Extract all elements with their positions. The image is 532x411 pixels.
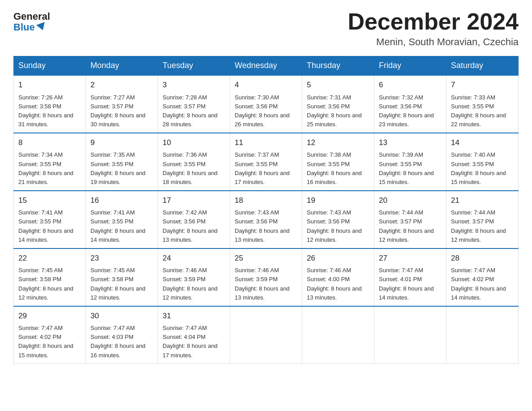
day-number: 7: [451, 79, 514, 91]
day-info: Sunrise: 7:31 AMSunset: 3:56 PMDaylight:…: [307, 94, 362, 128]
day-info: Sunrise: 7:33 AMSunset: 3:55 PMDaylight:…: [451, 94, 506, 128]
day-info: Sunrise: 7:47 AMSunset: 4:02 PMDaylight:…: [18, 325, 73, 358]
day-cell: 8Sunrise: 7:34 AMSunset: 3:55 PMDaylight…: [14, 133, 86, 191]
week-row-3: 15Sunrise: 7:41 AMSunset: 3:55 PMDayligh…: [14, 191, 519, 248]
day-cell: 23Sunrise: 7:45 AMSunset: 3:58 PMDayligh…: [86, 248, 158, 306]
week-row-2: 8Sunrise: 7:34 AMSunset: 3:55 PMDaylight…: [14, 133, 519, 191]
day-cell: 1Sunrise: 7:26 AMSunset: 3:58 PMDaylight…: [14, 75, 86, 133]
week-row-1: 1Sunrise: 7:26 AMSunset: 3:58 PMDaylight…: [14, 75, 519, 133]
day-number: 31: [163, 310, 225, 322]
header-cell-wednesday: Wednesday: [230, 56, 302, 76]
day-cell: [374, 306, 446, 364]
header-cell-thursday: Thursday: [302, 56, 374, 76]
day-info: Sunrise: 7:47 AMSunset: 4:03 PMDaylight:…: [90, 325, 146, 358]
month-title: December 2024: [348, 9, 519, 34]
day-number: 12: [307, 137, 369, 149]
day-number: 11: [235, 137, 297, 149]
day-number: 24: [163, 253, 225, 264]
day-info: Sunrise: 7:43 AMSunset: 3:56 PMDaylight:…: [307, 209, 362, 243]
day-number: 29: [18, 310, 81, 322]
day-info: Sunrise: 7:41 AMSunset: 3:55 PMDaylight:…: [90, 209, 146, 243]
day-info: Sunrise: 7:38 AMSunset: 3:55 PMDaylight:…: [307, 151, 362, 185]
day-cell: 27Sunrise: 7:47 AMSunset: 4:01 PMDayligh…: [374, 248, 446, 306]
day-number: 6: [379, 79, 442, 91]
day-info: Sunrise: 7:47 AMSunset: 4:02 PMDaylight:…: [451, 267, 506, 300]
day-number: 18: [235, 195, 297, 206]
day-cell: 20Sunrise: 7:44 AMSunset: 3:57 PMDayligh…: [374, 191, 446, 248]
week-row-4: 22Sunrise: 7:45 AMSunset: 3:58 PMDayligh…: [14, 248, 519, 306]
day-number: 5: [307, 79, 369, 91]
day-number: 23: [90, 253, 153, 264]
day-cell: 18Sunrise: 7:43 AMSunset: 3:56 PMDayligh…: [230, 191, 302, 248]
day-info: Sunrise: 7:47 AMSunset: 4:04 PMDaylight:…: [163, 325, 218, 358]
day-cell: 11Sunrise: 7:37 AMSunset: 3:55 PMDayligh…: [230, 133, 302, 191]
day-info: Sunrise: 7:45 AMSunset: 3:58 PMDaylight:…: [90, 267, 146, 300]
day-cell: 10Sunrise: 7:36 AMSunset: 3:55 PMDayligh…: [158, 133, 230, 191]
day-number: 13: [379, 137, 442, 149]
day-number: 26: [307, 253, 369, 264]
day-cell: 12Sunrise: 7:38 AMSunset: 3:55 PMDayligh…: [302, 133, 374, 191]
day-info: Sunrise: 7:41 AMSunset: 3:55 PMDaylight:…: [18, 209, 73, 243]
day-number: 27: [379, 253, 442, 264]
day-cell: 25Sunrise: 7:46 AMSunset: 3:59 PMDayligh…: [230, 248, 302, 306]
day-cell: 5Sunrise: 7:31 AMSunset: 3:56 PMDaylight…: [302, 75, 374, 133]
day-number: 2: [90, 79, 153, 91]
header-cell-saturday: Saturday: [446, 56, 519, 76]
calendar-table: SundayMondayTuesdayWednesdayThursdayFrid…: [13, 56, 519, 364]
day-number: 8: [18, 137, 81, 149]
day-cell: 9Sunrise: 7:35 AMSunset: 3:55 PMDaylight…: [86, 133, 158, 191]
day-cell: 13Sunrise: 7:39 AMSunset: 3:55 PMDayligh…: [374, 133, 446, 191]
day-cell: 3Sunrise: 7:28 AMSunset: 3:57 PMDaylight…: [158, 75, 230, 133]
day-cell: [230, 306, 302, 364]
day-info: Sunrise: 7:45 AMSunset: 3:58 PMDaylight:…: [18, 267, 73, 300]
day-info: Sunrise: 7:44 AMSunset: 3:57 PMDaylight:…: [379, 209, 434, 243]
day-cell: 15Sunrise: 7:41 AMSunset: 3:55 PMDayligh…: [14, 191, 86, 248]
day-info: Sunrise: 7:44 AMSunset: 3:57 PMDaylight:…: [451, 209, 506, 243]
day-cell: 24Sunrise: 7:46 AMSunset: 3:59 PMDayligh…: [158, 248, 230, 306]
day-cell: [446, 306, 519, 364]
day-number: 28: [451, 253, 514, 264]
day-info: Sunrise: 7:40 AMSunset: 3:55 PMDaylight:…: [451, 151, 506, 185]
day-cell: 7Sunrise: 7:33 AMSunset: 3:55 PMDaylight…: [446, 75, 519, 133]
day-cell: 17Sunrise: 7:42 AMSunset: 3:56 PMDayligh…: [158, 191, 230, 248]
day-info: Sunrise: 7:27 AMSunset: 3:57 PMDaylight:…: [90, 94, 146, 128]
day-number: 19: [307, 195, 369, 206]
title-area: December 2024 Menin, South Moravian, Cze…: [348, 9, 519, 48]
header-cell-tuesday: Tuesday: [158, 56, 230, 76]
day-info: Sunrise: 7:35 AMSunset: 3:55 PMDaylight:…: [90, 151, 146, 185]
day-number: 3: [163, 79, 225, 91]
calendar-header: SundayMondayTuesdayWednesdayThursdayFrid…: [14, 56, 519, 76]
logo-blue-text: Blue: [13, 21, 46, 33]
day-info: Sunrise: 7:46 AMSunset: 4:00 PMDaylight:…: [307, 267, 362, 300]
day-cell: 2Sunrise: 7:27 AMSunset: 3:57 PMDaylight…: [86, 75, 158, 133]
day-cell: [302, 306, 374, 364]
logo: General Blue: [13, 12, 50, 33]
day-cell: 19Sunrise: 7:43 AMSunset: 3:56 PMDayligh…: [302, 191, 374, 248]
day-number: 21: [451, 195, 514, 206]
day-info: Sunrise: 7:30 AMSunset: 3:56 PMDaylight:…: [235, 94, 290, 128]
location-subtitle: Menin, South Moravian, Czechia: [348, 36, 519, 48]
day-cell: 6Sunrise: 7:32 AMSunset: 3:56 PMDaylight…: [374, 75, 446, 133]
day-info: Sunrise: 7:28 AMSunset: 3:57 PMDaylight:…: [163, 94, 218, 128]
day-number: 9: [90, 137, 153, 149]
day-cell: 26Sunrise: 7:46 AMSunset: 4:00 PMDayligh…: [302, 248, 374, 306]
day-number: 10: [163, 137, 225, 149]
day-cell: 30Sunrise: 7:47 AMSunset: 4:03 PMDayligh…: [86, 306, 158, 364]
logo-triangle-icon: [36, 22, 47, 32]
header-cell-monday: Monday: [86, 56, 158, 76]
day-info: Sunrise: 7:43 AMSunset: 3:56 PMDaylight:…: [235, 209, 290, 243]
day-number: 17: [163, 195, 225, 206]
day-info: Sunrise: 7:39 AMSunset: 3:55 PMDaylight:…: [379, 151, 434, 185]
day-cell: 16Sunrise: 7:41 AMSunset: 3:55 PMDayligh…: [86, 191, 158, 248]
day-number: 14: [451, 137, 514, 149]
day-info: Sunrise: 7:37 AMSunset: 3:55 PMDaylight:…: [235, 151, 290, 185]
day-cell: 28Sunrise: 7:47 AMSunset: 4:02 PMDayligh…: [446, 248, 519, 306]
day-cell: 4Sunrise: 7:30 AMSunset: 3:56 PMDaylight…: [230, 75, 302, 133]
day-cell: 29Sunrise: 7:47 AMSunset: 4:02 PMDayligh…: [14, 306, 86, 364]
day-number: 22: [18, 253, 81, 264]
day-number: 16: [90, 195, 153, 206]
day-cell: 31Sunrise: 7:47 AMSunset: 4:04 PMDayligh…: [158, 306, 230, 364]
day-cell: 21Sunrise: 7:44 AMSunset: 3:57 PMDayligh…: [446, 191, 519, 248]
calendar-body: 1Sunrise: 7:26 AMSunset: 3:58 PMDaylight…: [14, 75, 519, 364]
day-number: 15: [18, 195, 81, 206]
